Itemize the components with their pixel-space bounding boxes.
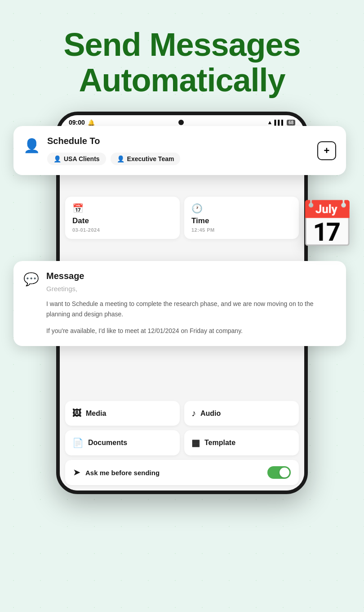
status-left: 09:00 🔔 [69, 119, 95, 126]
toggle-knob [280, 468, 289, 477]
attachments-grid: 🖼 Media ♪ Audio 📄 Documents ▦ Template [65, 401, 299, 455]
calendar-decoration: 📅 [299, 198, 355, 251]
hero-title: Send Messages Automatically [0, 27, 364, 98]
person-icon: 👤 [23, 138, 40, 153]
status-right: ▲ ▌▌▌ 68 [267, 119, 295, 126]
template-button[interactable]: ▦ Template [184, 430, 299, 455]
mute-icon: 🔔 [88, 119, 95, 126]
hero-section: Send Messages Automatically [0, 0, 364, 112]
ask-before-sending-row: ➤ Ask me before sending [65, 460, 299, 485]
schedule-to-card: 👤 Schedule To 👤 USA Clients 👤 Executive … [13, 126, 346, 175]
audio-button[interactable]: ♪ Audio [184, 401, 299, 426]
media-icon: 🖼 [72, 408, 81, 418]
send-icon: ➤ [73, 468, 80, 477]
message-card: 💬 Message Greetings, I want to Schedule … [13, 261, 346, 346]
hero-line2: Automatically [79, 62, 285, 98]
media-button[interactable]: 🖼 Media [65, 401, 180, 426]
recipients-list: 👤 USA Clients 👤 Executive Team [47, 153, 310, 165]
message-title: Message [46, 271, 336, 281]
message-content: Message Greetings, I want to Schedule a … [46, 271, 336, 336]
message-body1: I want to Schedule a meeting to complete… [46, 299, 336, 320]
add-recipient-button[interactable]: + [317, 141, 336, 160]
time-card: 🕐 Time 12:45 PM [184, 197, 299, 239]
schedule-to-content: Schedule To 👤 USA Clients 👤 Executive Te… [47, 136, 310, 165]
hero-line1: Send Messages [63, 27, 300, 63]
ask-toggle[interactable] [267, 466, 291, 479]
template-icon: ▦ [191, 437, 200, 448]
status-camera [178, 120, 184, 125]
recipient-icon-1: 👤 [53, 155, 61, 162]
documents-icon: 📄 [72, 437, 84, 448]
recipient-icon-2: 👤 [117, 155, 124, 162]
status-time: 09:00 [69, 119, 85, 126]
time-label: Time [191, 216, 292, 225]
signal-icon: ▌▌▌ [274, 120, 284, 125]
time-value[interactable]: 12:45 PM [191, 227, 292, 233]
date-time-row: 📅 Date 03-01-2024 🕐 Time 12:45 PM [65, 197, 299, 239]
date-card: 📅 Date 03-01-2024 [65, 197, 180, 239]
wifi-icon: ▲ [267, 119, 273, 126]
ask-label: Ask me before sending [85, 469, 160, 477]
documents-label: Documents [88, 439, 127, 447]
calendar-icon: 📅 [72, 203, 173, 214]
date-value[interactable]: 03-01-2024 [72, 227, 173, 233]
audio-label: Audio [200, 410, 221, 418]
recipient-usa-clients[interactable]: 👤 USA Clients [47, 153, 106, 165]
clock-icon: 🕐 [191, 203, 292, 214]
message-bubble-icon: 💬 [23, 272, 39, 336]
recipient-label-2: Executive Team [127, 155, 174, 162]
media-label: Media [86, 410, 106, 418]
template-label: Template [204, 439, 235, 447]
recipient-executive-team[interactable]: 👤 Executive Team [111, 153, 181, 165]
schedule-to-title: Schedule To [47, 136, 310, 146]
date-label: Date [72, 216, 173, 225]
audio-icon: ♪ [191, 408, 196, 418]
battery-level: 68 [287, 120, 295, 126]
recipient-label-1: USA Clients [64, 155, 100, 162]
ask-label-group: ➤ Ask me before sending [73, 468, 160, 477]
documents-button[interactable]: 📄 Documents [65, 430, 180, 455]
message-body2: If you're available, I'd like to meet at… [46, 326, 336, 336]
message-greeting: Greetings, [46, 285, 336, 292]
